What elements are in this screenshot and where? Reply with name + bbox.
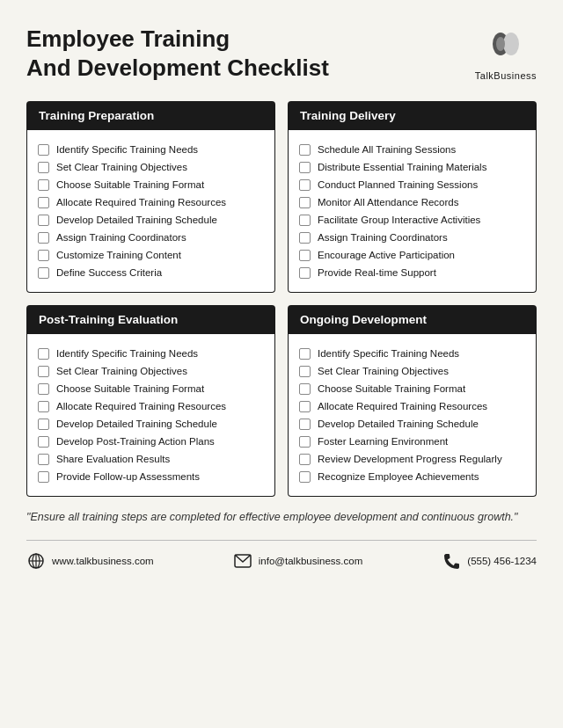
checklist-item-label: Identify Specific Training Needs [56, 144, 198, 155]
checkbox[interactable] [299, 179, 311, 191]
title-line2: And Development Checklist [26, 54, 329, 83]
checkbox[interactable] [299, 162, 311, 173]
list-item[interactable]: Facilitate Group Interactive Activities [299, 211, 525, 229]
website-text: www.talkbusiness.com [52, 556, 154, 566]
section-training-preparation: Training PreparationIdentify Specific Tr… [26, 101, 275, 293]
email-item: info@talkbusiness.com [233, 551, 362, 571]
list-item[interactable]: Choose Suitable Training Format [299, 380, 525, 397]
checkbox[interactable] [38, 471, 49, 483]
globe-icon [26, 551, 46, 571]
list-item[interactable]: Distribute Essential Training Materials [299, 158, 525, 176]
list-item[interactable]: Allocate Required Training Resources [38, 397, 264, 415]
checklist-item-label: Provide Follow-up Assessments [56, 471, 200, 482]
list-item[interactable]: Share Evaluation Results [38, 450, 264, 468]
checkbox[interactable] [299, 250, 311, 261]
list-item[interactable]: Set Clear Training Objectives [38, 158, 264, 176]
checklist-grid: Training PreparationIdentify Specific Tr… [26, 101, 537, 497]
list-item[interactable]: Allocate Required Training Resources [38, 193, 264, 211]
checklist-item-label: Assign Training Coordinators [318, 232, 448, 243]
list-item[interactable]: Define Success Criteria [38, 264, 264, 281]
list-item[interactable]: Provide Follow-up Assessments [38, 468, 264, 485]
checkbox[interactable] [38, 179, 49, 191]
checkbox[interactable] [38, 250, 49, 261]
list-item[interactable]: Provide Real-time Support [299, 264, 525, 281]
checklist-item-label: Set Clear Training Objectives [56, 366, 187, 376]
checklist-item-label: Schedule All Training Sessions [318, 144, 456, 155]
checkbox[interactable] [299, 267, 311, 279]
checkbox[interactable] [299, 419, 311, 430]
checkbox[interactable] [38, 144, 49, 156]
checkbox[interactable] [38, 366, 49, 377]
checkbox[interactable] [38, 383, 49, 395]
list-item[interactable]: Recognize Employee Achievements [299, 468, 525, 485]
checkbox[interactable] [38, 232, 49, 244]
checklist-item-label: Share Evaluation Results [56, 454, 170, 464]
checkbox[interactable] [299, 436, 311, 448]
list-item[interactable]: Identify Specific Training Needs [38, 141, 264, 158]
checkbox[interactable] [299, 383, 311, 395]
page-title: Employee Training And Development Checkl… [26, 25, 329, 82]
list-item[interactable]: Foster Learning Environment [299, 433, 525, 450]
checklist-item-label: Foster Learning Environment [318, 436, 448, 447]
checklist-item-label: Allocate Required Training Resources [318, 401, 487, 411]
email-text: info@talkbusiness.com [259, 556, 362, 566]
logo-icon [485, 25, 527, 67]
list-item[interactable]: Encourage Active Participation [299, 246, 525, 264]
list-item[interactable]: Review Development Progress Regularly [299, 450, 525, 468]
checklist-box-ongoing-development: Identify Specific Training NeedsSet Clea… [288, 334, 537, 497]
checkbox[interactable] [38, 454, 49, 465]
list-item[interactable]: Choose Suitable Training Format [38, 176, 264, 193]
section-ongoing-development: Ongoing DevelopmentIdentify Specific Tra… [288, 305, 537, 497]
checklist-box-training-delivery: Schedule All Training SessionsDistribute… [288, 130, 537, 293]
checkbox[interactable] [299, 366, 311, 377]
phone-icon [442, 551, 461, 571]
checkbox[interactable] [38, 401, 49, 412]
list-item[interactable]: Assign Training Coordinators [299, 229, 525, 246]
checkbox[interactable] [299, 401, 311, 412]
checkbox[interactable] [299, 197, 311, 208]
list-item[interactable]: Choose Suitable Training Format [38, 380, 264, 397]
list-item[interactable]: Allocate Required Training Resources [299, 397, 525, 415]
checkbox[interactable] [38, 267, 49, 279]
list-item[interactable]: Develop Detailed Training Schedule [38, 211, 264, 229]
logo: TalkBusiness [475, 25, 537, 81]
list-item[interactable]: Conduct Planned Training Sessions [299, 176, 525, 193]
checkbox[interactable] [38, 162, 49, 173]
section-post-training-evaluation: Post-Training EvaluationIdentify Specifi… [26, 305, 275, 497]
checkbox[interactable] [299, 215, 311, 226]
list-item[interactable]: Develop Detailed Training Schedule [38, 415, 264, 433]
checkbox[interactable] [299, 471, 311, 483]
checklist-item-label: Choose Suitable Training Format [56, 383, 204, 394]
checkbox[interactable] [299, 144, 311, 156]
list-item[interactable]: Set Clear Training Objectives [299, 362, 525, 380]
list-item[interactable]: Monitor All Attendance Records [299, 193, 525, 211]
checkbox[interactable] [38, 348, 49, 360]
list-item[interactable]: Identify Specific Training Needs [38, 345, 264, 362]
checklist-item-label: Assign Training Coordinators [56, 232, 186, 243]
checklist-item-label: Distribute Essential Training Materials [318, 162, 486, 172]
checklist-item-label: Facilitate Group Interactive Activities [318, 215, 480, 225]
checkbox[interactable] [299, 348, 311, 360]
list-item[interactable]: Identify Specific Training Needs [299, 345, 525, 362]
website-item: www.talkbusiness.com [26, 551, 154, 571]
list-item[interactable]: Customize Training Content [38, 246, 264, 264]
title-line1: Employee Training [26, 25, 329, 54]
list-item[interactable]: Develop Post-Training Action Plans [38, 433, 264, 450]
footer-bar: www.talkbusiness.com info@talkbusiness.c… [26, 540, 537, 571]
checkbox[interactable] [299, 232, 311, 244]
checklist-box-training-preparation: Identify Specific Training NeedsSet Clea… [26, 130, 275, 293]
checkbox[interactable] [299, 454, 311, 465]
list-item[interactable]: Assign Training Coordinators [38, 229, 264, 246]
list-item[interactable]: Set Clear Training Objectives [38, 362, 264, 380]
checklist-item-label: Monitor All Attendance Records [318, 197, 458, 207]
checkbox[interactable] [38, 215, 49, 226]
list-item[interactable]: Schedule All Training Sessions [299, 141, 525, 158]
list-item[interactable]: Develop Detailed Training Schedule [299, 415, 525, 433]
checkbox[interactable] [38, 436, 49, 448]
svg-point-1 [503, 33, 519, 55]
footer-quote: "Ensure all training steps are completed… [26, 509, 537, 526]
checkbox[interactable] [38, 419, 49, 430]
checkbox[interactable] [38, 197, 49, 208]
checklist-item-label: Set Clear Training Objectives [318, 366, 449, 376]
section-header-post-training-evaluation: Post-Training Evaluation [26, 305, 275, 334]
